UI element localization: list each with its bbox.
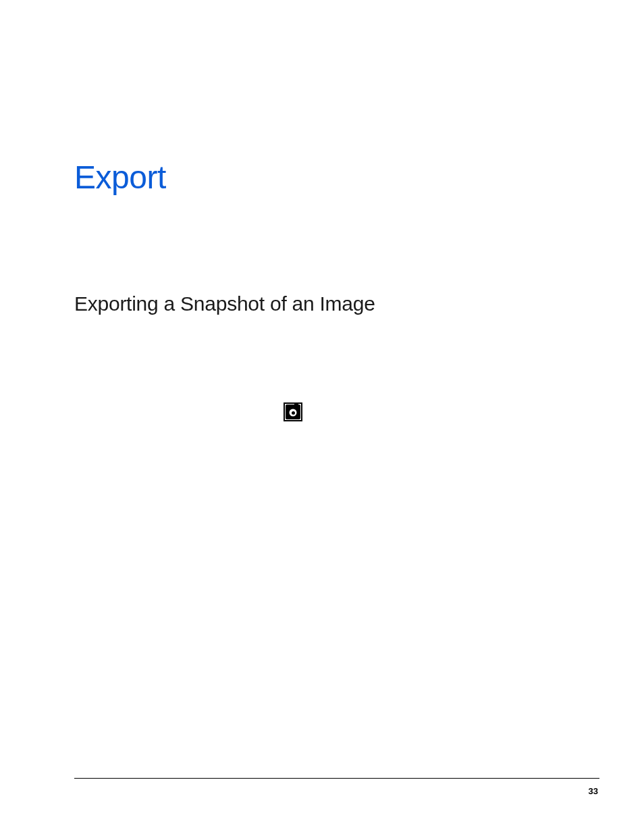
camera-icon [284,402,302,421]
chapter-title: Export [74,161,576,194]
footer-rule [74,778,599,779]
icon-row [74,402,576,421]
section-title: Exporting a Snapshot of an Image [74,292,576,315]
page-number: 33 [589,786,598,796]
document-page: Export Exporting a Snapshot of an Image … [0,0,644,834]
